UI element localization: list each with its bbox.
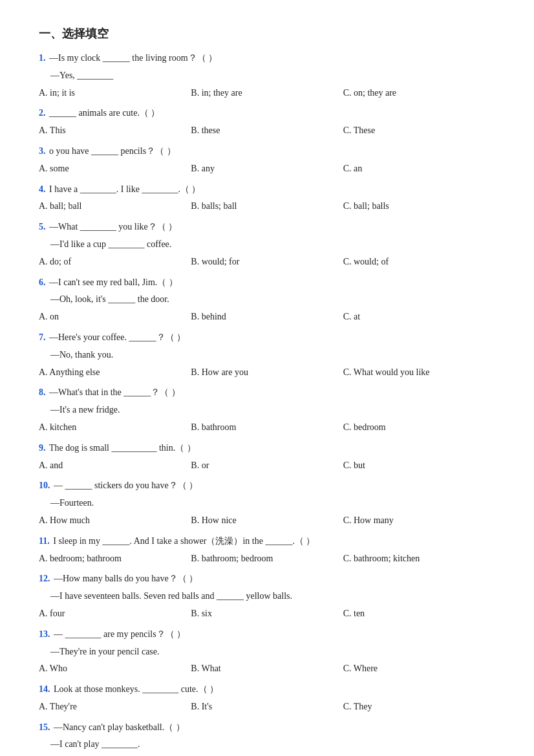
question-text: —Fourteen. xyxy=(50,498,94,508)
option-item[interactable]: B. How are you xyxy=(191,365,343,380)
option-item[interactable]: C. but xyxy=(343,458,495,473)
question-text: —Oh, look, it's ______ the door. xyxy=(50,294,169,304)
option-item[interactable]: C. These xyxy=(343,123,495,138)
option-item[interactable]: A. four xyxy=(39,606,191,621)
option-label: B. or xyxy=(191,460,209,470)
option-item[interactable]: C. on; they are xyxy=(343,85,495,101)
option-item[interactable]: B. bathroom; bedroom xyxy=(191,551,343,567)
options-row: A. in; it isB. in; they areC. on; they a… xyxy=(39,85,495,101)
option-item[interactable]: C. bedroom xyxy=(343,420,495,435)
option-item[interactable]: B. What xyxy=(191,661,343,676)
question-number: 3. xyxy=(39,146,48,156)
question-text: —Yes, ________ xyxy=(50,70,113,80)
question-text: — ________ are my pencils？（ ） xyxy=(54,629,186,639)
option-item[interactable]: B. in; they are xyxy=(191,85,343,101)
question-block: 1. —Is my clock ______ the living room？（… xyxy=(39,50,495,100)
question-number: 13. xyxy=(39,629,52,639)
option-label: B. balls; ball xyxy=(191,201,237,211)
option-item[interactable]: A. They're xyxy=(39,699,191,715)
option-label: B. bathroom xyxy=(191,422,236,432)
options-row: A. ThisB. theseC. These xyxy=(39,123,495,138)
question-block: 4. I have a ________. I like ________.（ … xyxy=(39,182,495,215)
option-item[interactable]: A. in; it is xyxy=(39,85,191,101)
question-line: —Oh, look, it's ______ the door. xyxy=(50,292,495,307)
option-item[interactable]: C. They xyxy=(343,699,495,715)
options-row: A. onB. behindC. at xyxy=(39,309,495,325)
option-item[interactable]: A. bedroom; bathroom xyxy=(39,551,191,567)
option-label: B. would; for xyxy=(191,257,239,266)
option-label: B. behind xyxy=(191,312,226,321)
option-item[interactable]: C. What would you like xyxy=(343,365,495,380)
option-item[interactable]: C. bathroom; kitchen xyxy=(343,551,495,567)
question-text: I have a ________. I like ________.（ ） xyxy=(49,184,200,194)
option-item[interactable]: A. This xyxy=(39,123,191,138)
option-item[interactable]: C. an xyxy=(343,161,495,177)
question-block: 5. —What ________ you like？（ ）—I'd like … xyxy=(39,219,495,269)
option-item[interactable]: C. How many xyxy=(343,513,495,528)
option-item[interactable]: C. Where xyxy=(343,661,495,676)
option-item[interactable]: A. some xyxy=(39,161,191,177)
option-item[interactable]: B. these xyxy=(191,123,343,138)
option-item[interactable]: A. and xyxy=(39,458,191,473)
option-item[interactable]: B. behind xyxy=(191,309,343,325)
option-label: A. ball; ball xyxy=(39,201,82,211)
question-line: —I can't play ________. xyxy=(50,737,495,752)
question-line: —Fourteen. xyxy=(50,495,495,511)
option-item[interactable]: C. would; of xyxy=(343,254,495,270)
option-item[interactable]: A. on xyxy=(39,309,191,325)
question-text: —I can't see my red ball, Jim.（ ） xyxy=(49,277,178,287)
option-label: C. What would you like xyxy=(343,367,430,377)
option-item[interactable]: B. six xyxy=(191,606,343,621)
question-text: Look at those monkeys. ________ cute.（ ） xyxy=(54,684,219,694)
question-number: 11. xyxy=(39,536,52,546)
option-item[interactable]: B. would; for xyxy=(191,254,343,270)
option-label: B. any xyxy=(191,164,215,173)
option-item[interactable]: A. kitchen xyxy=(39,420,191,435)
option-item[interactable]: A. do; of xyxy=(39,254,191,270)
option-item[interactable]: B. any xyxy=(191,161,343,177)
option-label: A. Anything else xyxy=(39,367,100,377)
question-text: —It's a new fridge. xyxy=(50,405,120,415)
option-label: A. in; it is xyxy=(39,88,75,98)
option-item[interactable]: B. balls; ball xyxy=(191,199,343,214)
question-line: 10. — ______ stickers do you have？（ ） xyxy=(39,478,495,493)
option-label: B. How are you xyxy=(191,367,248,377)
options-row: A. ball; ballB. balls; ballC. ball; ball… xyxy=(39,199,495,214)
option-item[interactable]: A. Anything else xyxy=(39,365,191,380)
option-label: A. They're xyxy=(39,702,77,711)
question-block: 15. —Nancy can't play basketball.（ ）—I c… xyxy=(39,720,495,756)
option-item[interactable]: B. How nice xyxy=(191,513,343,528)
option-label: C. at xyxy=(343,312,360,321)
option-item[interactable]: A. ball; ball xyxy=(39,199,191,214)
question-number: 2. xyxy=(39,108,48,118)
option-item[interactable]: C. ten xyxy=(343,606,495,621)
option-label: C. on; they are xyxy=(343,88,396,98)
question-text: —I can't play ________. xyxy=(50,739,140,749)
question-line: 6. —I can't see my red ball, Jim.（ ） xyxy=(39,275,495,290)
question-text: —No, thank you. xyxy=(50,350,113,360)
option-item[interactable]: C. ball; balls xyxy=(343,199,495,214)
options-row: A. fourB. sixC. ten xyxy=(39,606,495,621)
option-label: C. an xyxy=(343,164,363,173)
question-text: I sleep in my ______. And I take a showe… xyxy=(53,536,315,546)
option-label: A. some xyxy=(39,164,69,173)
question-line: 11. I sleep in my ______. And I take a s… xyxy=(39,534,495,549)
option-item[interactable]: C. at xyxy=(343,309,495,325)
option-label: A. do; of xyxy=(39,257,71,266)
option-item[interactable]: A. Who xyxy=(39,661,191,676)
option-label: B. How nice xyxy=(191,515,236,525)
question-line: 4. I have a ________. I like ________.（ … xyxy=(39,182,495,197)
option-item[interactable]: B. It's xyxy=(191,699,343,715)
question-number: 15. xyxy=(39,722,52,732)
question-number: 9. xyxy=(39,443,48,453)
question-line: 9. The dog is small __________ thin.（ ） xyxy=(39,440,495,456)
option-item[interactable]: B. or xyxy=(191,458,343,473)
option-label: C. They xyxy=(343,702,372,711)
option-label: B. What xyxy=(191,664,220,673)
option-item[interactable]: B. bathroom xyxy=(191,420,343,435)
question-text: —They're in your pencil case. xyxy=(50,647,160,656)
question-line: —Yes, ________ xyxy=(50,68,495,83)
option-item[interactable]: A. How much xyxy=(39,513,191,528)
question-number: 14. xyxy=(39,684,52,694)
question-block: 12. —How many balls do you have？（ ）—I ha… xyxy=(39,571,495,621)
